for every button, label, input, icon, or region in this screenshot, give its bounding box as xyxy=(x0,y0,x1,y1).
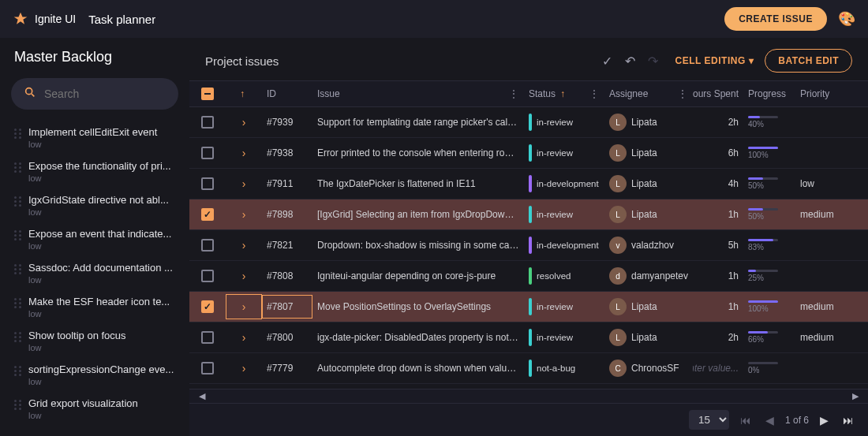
backlog-item[interactable]: Expose the functionality of pri...low xyxy=(11,155,178,188)
checkbox-cell[interactable]: ✓ xyxy=(189,294,226,319)
issue-cell[interactable]: Error printed to the console when enteri… xyxy=(312,141,524,165)
drag-handle-icon[interactable] xyxy=(14,129,22,139)
assignee-cell[interactable]: LLipata xyxy=(604,322,693,352)
id-cell[interactable]: #7911 xyxy=(262,172,312,196)
id-cell[interactable]: #7938 xyxy=(262,141,312,165)
header-hours[interactable]: Hours Spent xyxy=(693,81,743,106)
hours-cell[interactable]: 4h xyxy=(693,172,743,196)
chevron-right-icon[interactable]: › xyxy=(242,116,246,129)
first-page-button[interactable]: ⏮ xyxy=(737,412,754,428)
expand-cell[interactable]: › xyxy=(226,294,262,319)
expand-cell[interactable]: › xyxy=(226,171,262,196)
header-issue[interactable]: Issue⋮ xyxy=(312,81,524,106)
issue-cell[interactable]: [IgxGrid] Selecting an item from IgxDrop… xyxy=(312,203,524,226)
commit-icon[interactable]: ✓ xyxy=(602,54,612,69)
chevron-right-icon[interactable]: › xyxy=(242,239,246,252)
drag-handle-icon[interactable] xyxy=(14,162,22,173)
priority-cell[interactable] xyxy=(795,147,844,159)
horizontal-scrollbar[interactable]: ◀ ▶ xyxy=(189,389,868,403)
table-row[interactable]: ›#7821 Dropdown: box-shadow is missing i… xyxy=(189,230,868,261)
id-cell[interactable]: #7779 xyxy=(262,356,312,380)
issue-cell[interactable]: Autocomplete drop down is shown when val… xyxy=(312,356,524,380)
hours-cell[interactable]: 2h xyxy=(693,326,743,349)
id-cell[interactable]: #7898 xyxy=(262,203,312,226)
drag-handle-icon[interactable] xyxy=(14,196,22,207)
issue-cell[interactable]: igx-date-picker: DisabledDates property … xyxy=(312,326,524,349)
priority-cell[interactable] xyxy=(795,116,844,129)
status-cell[interactable]: in-development xyxy=(524,230,604,260)
expand-cell[interactable]: › xyxy=(226,202,262,227)
status-cell[interactable]: in-review xyxy=(524,138,604,168)
drag-handle-icon[interactable] xyxy=(14,230,22,240)
drag-handle-icon[interactable] xyxy=(14,400,22,410)
row-checkbox[interactable] xyxy=(201,239,214,252)
checkbox-cell[interactable] xyxy=(189,140,226,166)
assignee-cell[interactable]: ddamyanpetev xyxy=(604,261,693,291)
drag-handle-icon[interactable] xyxy=(14,366,22,376)
drag-handle-icon[interactable] xyxy=(14,298,22,308)
expand-cell[interactable]: › xyxy=(226,263,262,289)
progress-cell[interactable]: 50% xyxy=(743,202,795,227)
status-cell[interactable]: in-review xyxy=(524,292,604,322)
priority-cell[interactable]: medium xyxy=(795,295,844,319)
column-menu-icon[interactable]: ⋮ xyxy=(589,88,600,100)
status-cell[interactable]: in-review xyxy=(524,322,604,352)
create-issue-button[interactable]: CREATE ISSUE xyxy=(724,7,827,31)
progress-cell[interactable]: 40% xyxy=(743,110,795,135)
backlog-item[interactable]: Expose an event that indicate...low xyxy=(11,222,178,256)
checkbox-cell[interactable]: ✓ xyxy=(189,202,226,227)
backlog-item[interactable]: Make the ESF header icon te...low xyxy=(11,290,178,324)
assignee-cell[interactable]: LLipata xyxy=(604,138,693,168)
priority-cell[interactable] xyxy=(795,362,844,375)
backlog-item[interactable]: sortingExpressionChange eve...low xyxy=(11,358,178,392)
expand-cell[interactable]: › xyxy=(226,325,262,350)
table-row[interactable]: ›#7938 Error printed to the console when… xyxy=(189,138,868,169)
chevron-right-icon[interactable]: › xyxy=(242,147,246,159)
progress-cell[interactable]: 50% xyxy=(743,171,795,196)
hours-cell[interactable]: Enter value... xyxy=(693,356,743,380)
status-cell[interactable]: resolved xyxy=(524,261,604,291)
progress-cell[interactable]: 25% xyxy=(743,263,795,289)
status-cell[interactable]: in-development xyxy=(524,169,604,199)
prev-page-button[interactable]: ◀ xyxy=(762,412,777,428)
header-assignee[interactable]: Assignee⋮ xyxy=(604,81,693,106)
progress-cell[interactable]: 66% xyxy=(743,325,795,350)
redo-icon[interactable]: ↷ xyxy=(648,54,658,69)
id-cell[interactable]: #7821 xyxy=(262,233,312,257)
table-row[interactable]: ›#7779 Autocomplete drop down is shown w… xyxy=(189,353,868,384)
table-row[interactable]: ✓ ›#7898 [IgxGrid] Selecting an item fro… xyxy=(189,199,868,230)
progress-cell[interactable]: 100% xyxy=(743,140,795,166)
issue-cell[interactable]: Support for templating date range picker… xyxy=(312,110,524,134)
column-menu-icon[interactable]: ⋮ xyxy=(508,88,519,100)
scroll-left-icon[interactable]: ◀ xyxy=(199,391,205,401)
id-cell[interactable]: #7800 xyxy=(262,326,312,349)
backlog-item[interactable]: Show tooltip on focuslow xyxy=(11,324,178,358)
theme-palette-icon[interactable]: 🎨 xyxy=(838,10,855,28)
priority-cell[interactable]: low xyxy=(795,172,844,196)
backlog-item[interactable]: Grid export visualizationlow xyxy=(11,392,178,426)
checkbox-cell[interactable] xyxy=(189,356,226,381)
id-cell[interactable]: #7939 xyxy=(262,110,312,134)
hours-cell[interactable]: 5h xyxy=(693,233,743,257)
table-row[interactable]: ›#7808 Igniteui-angular depending on cor… xyxy=(189,261,868,292)
checkbox-cell[interactable] xyxy=(189,110,226,135)
row-checkbox[interactable] xyxy=(201,362,214,375)
hours-cell[interactable]: 1h xyxy=(693,264,743,288)
status-cell[interactable]: in-review xyxy=(524,107,604,137)
issue-cell[interactable]: Move PositionSettings to OverlaySettings xyxy=(312,295,524,319)
chevron-right-icon[interactable]: › xyxy=(242,270,246,282)
checkbox-cell[interactable] xyxy=(189,325,226,350)
priority-cell[interactable]: medium xyxy=(795,203,844,226)
id-cell[interactable]: #7808 xyxy=(262,264,312,288)
checkbox-cell[interactable] xyxy=(189,171,226,196)
row-checkbox[interactable] xyxy=(201,270,214,282)
chevron-right-icon[interactable]: › xyxy=(242,362,246,375)
id-cell[interactable]: #7807 xyxy=(262,295,312,319)
expand-cell[interactable]: › xyxy=(226,356,262,381)
issue-cell[interactable]: Dropdown: box-shadow is missing in some … xyxy=(312,233,524,257)
row-checkbox[interactable] xyxy=(201,177,214,190)
backlog-item[interactable]: IgxGridState directive not abl...low xyxy=(11,188,178,222)
scroll-right-icon[interactable]: ▶ xyxy=(852,391,859,401)
row-checkbox[interactable]: ✓ xyxy=(201,300,214,313)
last-page-button[interactable]: ⏭ xyxy=(840,412,857,428)
